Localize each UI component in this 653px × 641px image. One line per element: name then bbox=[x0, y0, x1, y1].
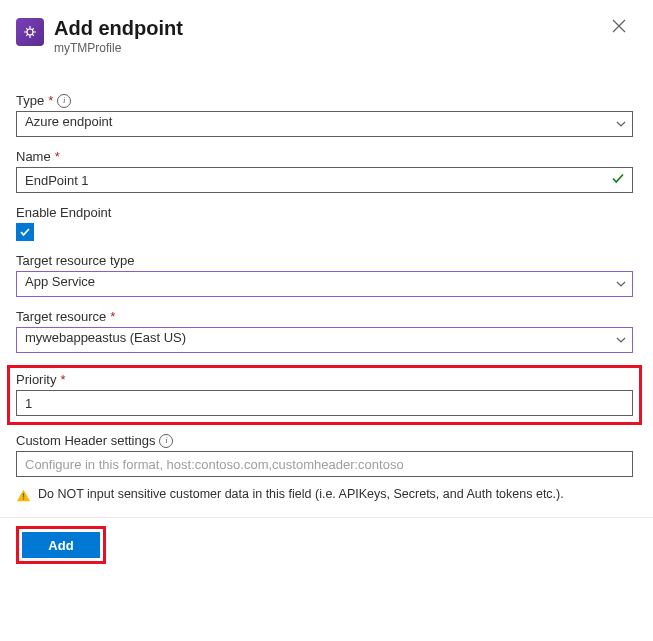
field-custom-header: Custom Header settings i bbox=[16, 433, 633, 477]
checkmark-icon bbox=[611, 172, 625, 189]
svg-rect-1 bbox=[23, 493, 24, 497]
target-resource-type-select[interactable]: App Service bbox=[16, 271, 633, 297]
required-marker: * bbox=[110, 309, 115, 324]
add-button-highlight: Add bbox=[16, 526, 106, 564]
name-label: Name bbox=[16, 149, 51, 164]
field-enable-endpoint: Enable Endpoint bbox=[16, 205, 633, 241]
info-icon[interactable]: i bbox=[159, 434, 173, 448]
required-marker: * bbox=[60, 372, 65, 387]
priority-highlight: Priority * bbox=[7, 365, 642, 425]
add-button[interactable]: Add bbox=[22, 532, 100, 558]
panel-title: Add endpoint bbox=[54, 16, 183, 40]
close-button[interactable] bbox=[605, 12, 633, 40]
type-select[interactable]: Azure endpoint bbox=[16, 111, 633, 137]
traffic-manager-icon bbox=[16, 18, 44, 46]
enable-endpoint-checkbox[interactable] bbox=[16, 223, 34, 241]
svg-rect-2 bbox=[23, 498, 24, 499]
required-marker: * bbox=[48, 93, 53, 108]
add-endpoint-panel: Add endpoint myTMProfile Type * i Azure … bbox=[0, 0, 653, 580]
field-name: Name * bbox=[16, 149, 633, 193]
info-icon[interactable]: i bbox=[57, 94, 71, 108]
name-input[interactable] bbox=[16, 167, 633, 193]
panel-footer: Add bbox=[0, 517, 653, 564]
enable-label: Enable Endpoint bbox=[16, 205, 111, 220]
target-resource-type-label: Target resource type bbox=[16, 253, 135, 268]
priority-label: Priority bbox=[16, 372, 56, 387]
panel-header: Add endpoint myTMProfile bbox=[16, 16, 633, 55]
type-label: Type bbox=[16, 93, 44, 108]
priority-input[interactable] bbox=[16, 390, 633, 416]
custom-header-input[interactable] bbox=[16, 451, 633, 477]
required-marker: * bbox=[55, 149, 60, 164]
form: Type * i Azure endpoint Name * Enable En… bbox=[16, 93, 633, 503]
field-type: Type * i Azure endpoint bbox=[16, 93, 633, 137]
field-target-resource-type: Target resource type App Service bbox=[16, 253, 633, 297]
warning-text: Do NOT input sensitive customer data in … bbox=[38, 487, 564, 501]
warning-icon bbox=[16, 488, 31, 503]
panel-subtitle: myTMProfile bbox=[54, 41, 183, 55]
warning-row: Do NOT input sensitive customer data in … bbox=[16, 487, 633, 503]
target-resource-label: Target resource bbox=[16, 309, 106, 324]
target-resource-select[interactable]: mywebappeastus (East US) bbox=[16, 327, 633, 353]
custom-header-label: Custom Header settings bbox=[16, 433, 155, 448]
field-target-resource: Target resource * mywebappeastus (East U… bbox=[16, 309, 633, 353]
